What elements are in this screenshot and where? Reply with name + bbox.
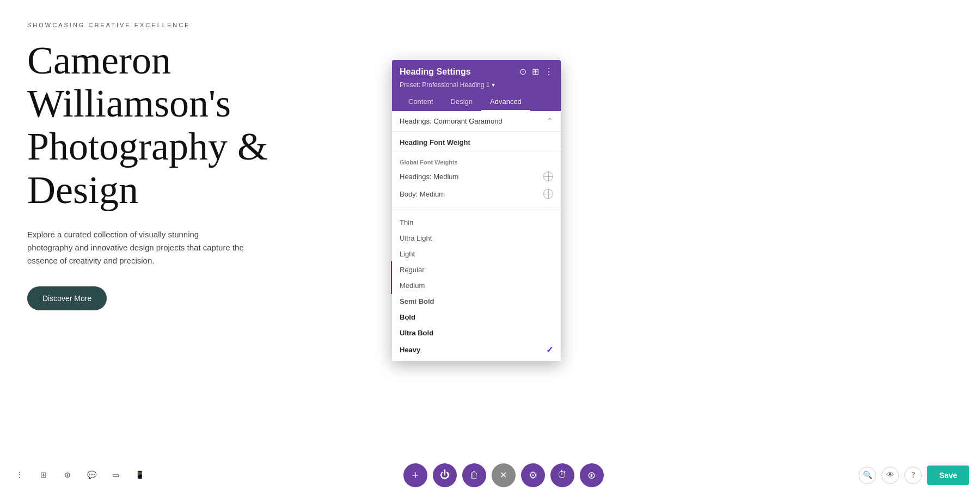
preset-arrow-icon: ▾ [492,81,495,89]
more-options-icon[interactable]: ⋮ [544,66,553,77]
save-button[interactable]: Save [927,465,969,485]
toolbar-mobile[interactable]: 📱 [131,467,148,484]
toolbar-more-options[interactable]: ⋮ [11,467,28,484]
font-weight-list: Thin Ultra Light Light Regular Medium Se… [392,212,561,361]
toolbar-center-group: + ⏻ 🗑 ✕ ⚙ ⏱ ⊛ [403,463,604,487]
weight-semi-bold-label: Semi Bold [400,297,434,305]
panel-icons-group: ⊙ ⊞ ⋮ [519,66,553,77]
weight-ultra-bold-label: Ultra Bold [400,329,433,337]
headings-medium-item[interactable]: Headings: Medium [392,168,561,185]
page-subtitle: SHOWCASING CREATIVE EXCELLENCE [27,22,370,28]
weight-regular[interactable]: Regular [392,262,561,278]
toolbar-comments[interactable]: 💬 [83,467,100,484]
panel-tabs: Content Design Advanced [400,93,553,111]
left-content-area: SHOWCASING CREATIVE EXCELLENCE Cameron W… [0,0,397,332]
weight-light[interactable]: Light [392,246,561,262]
main-heading: Cameron Williamson's Photography & Desig… [27,39,370,212]
global-group-label: Global Font Weights [392,156,561,168]
weight-regular-label: Regular [400,266,425,274]
discover-more-button[interactable]: Discover More [27,286,107,310]
panel-body: Headings: Cormorant Garamond ⌃ Heading F… [392,111,561,361]
weight-light-label: Light [400,250,415,258]
body-medium-label: Body: Medium [400,190,445,198]
weight-thin-label: Thin [400,218,413,226]
weight-ultra-light-label: Ultra Light [400,234,432,242]
toolbar-grid-view[interactable]: ⊞ [35,467,52,484]
tab-advanced[interactable]: Advanced [481,93,530,111]
font-select-label: Headings: Cormorant Garamond [400,117,503,125]
weight-thin[interactable]: Thin [392,215,561,230]
weight-bold[interactable]: Bold [392,309,561,325]
panel-title-row: Heading Settings ⊙ ⊞ ⋮ [400,66,553,77]
weight-heavy-label: Heavy [400,346,420,354]
add-element-button[interactable]: + [403,463,427,487]
global-font-weights-section: Global Font Weights Headings: Medium Bod… [392,151,561,207]
search-icon[interactable]: 🔍 [859,467,876,484]
bottom-toolbar: ⋮ ⊞ ⊕ 💬 ▭ 📱 + ⏻ 🗑 ✕ ⚙ ⏱ ⊛ 🔍 👁 ? Save [0,460,980,490]
panel-header: Heading Settings ⊙ ⊞ ⋮ Preset: Professio… [392,60,561,111]
toolbar-right-group: 🔍 👁 ? Save [859,465,969,485]
weight-ultra-bold[interactable]: Ultra Bold [392,325,561,341]
preset-row[interactable]: Preset: Professional Heading 1 ▾ [400,81,553,89]
help-icon[interactable]: ? [904,467,922,484]
history-button[interactable]: ⏱ [550,463,574,487]
weight-ultra-light[interactable]: Ultra Light [392,230,561,246]
weight-heavy[interactable]: Heavy ✓ [392,341,561,359]
heading-settings-panel: Heading Settings ⊙ ⊞ ⋮ Preset: Professio… [392,60,561,361]
checkmark-icon: ✓ [546,345,553,355]
weight-bold-label: Bold [400,313,415,321]
close-button[interactable]: ✕ [492,463,516,487]
layout-button[interactable]: ⊛ [580,463,604,487]
toolbar-left-group: ⋮ ⊞ ⊕ 💬 ▭ 📱 [11,467,148,484]
headings-medium-label: Headings: Medium [400,173,458,181]
panel-title: Heading Settings [400,67,471,77]
globe-icon-body [543,189,553,199]
tab-content[interactable]: Content [400,93,442,111]
target-icon[interactable]: ⊙ [519,66,526,77]
weight-medium[interactable]: Medium [392,278,561,293]
weight-semi-bold[interactable]: Semi Bold [392,293,561,309]
settings-button[interactable]: ⚙ [521,463,545,487]
weight-medium-label: Medium [400,281,425,290]
grid-icon[interactable]: ⊞ [532,66,539,77]
toolbar-desktop[interactable]: ▭ [107,467,124,484]
delete-button[interactable]: 🗑 [462,463,486,487]
section-heading-font-weight: Heading Font Weight [392,132,561,151]
tab-design[interactable]: Design [442,93,481,111]
font-select-chevron-icon: ⌃ [547,117,553,126]
toolbar-search[interactable]: ⊕ [59,467,76,484]
divider [392,210,561,210]
font-select-row[interactable]: Headings: Cormorant Garamond ⌃ [392,111,561,132]
globe-icon-headings [543,171,553,181]
eye-icon[interactable]: 👁 [881,467,899,484]
preset-label: Preset: Professional Heading 1 [400,81,489,89]
page-description: Explore a curated collection of visually… [27,228,245,267]
body-medium-item[interactable]: Body: Medium [392,185,561,203]
power-button[interactable]: ⏻ [433,463,457,487]
